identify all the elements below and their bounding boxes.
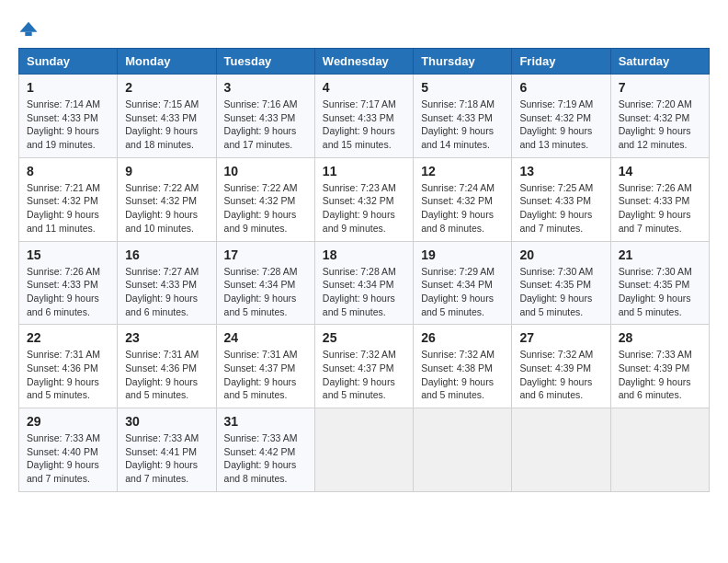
day-number: 17 [224, 247, 307, 262]
day-info: Sunrise: 7:16 AMSunset: 4:33 PMDaylight:… [224, 98, 307, 152]
day-info: Sunrise: 7:14 AMSunset: 4:33 PMDaylight:… [27, 98, 109, 152]
day-header-thursday: Thursday [414, 49, 512, 75]
day-cell [610, 408, 709, 492]
day-number: 13 [519, 164, 602, 178]
day-info: Sunrise: 7:15 AMSunset: 4:33 PMDaylight:… [125, 98, 208, 152]
day-info: Sunrise: 7:21 AMSunset: 4:32 PMDaylight:… [27, 181, 109, 236]
logo [18, 18, 42, 39]
day-number: 18 [323, 247, 405, 262]
day-number: 25 [323, 330, 405, 345]
day-info: Sunrise: 7:33 AMSunset: 4:41 PMDaylight:… [125, 431, 208, 486]
day-number: 21 [619, 247, 701, 262]
day-number: 1 [27, 80, 109, 95]
day-cell: 25Sunrise: 7:32 AMSunset: 4:37 PMDayligh… [314, 325, 413, 408]
day-cell: 17Sunrise: 7:28 AMSunset: 4:34 PMDayligh… [216, 241, 314, 325]
day-info: Sunrise: 7:26 AMSunset: 4:33 PMDaylight:… [619, 181, 701, 236]
day-number: 24 [224, 330, 307, 345]
day-cell: 11Sunrise: 7:23 AMSunset: 4:32 PMDayligh… [314, 157, 413, 241]
day-number: 28 [619, 330, 701, 345]
day-header-monday: Monday [118, 49, 216, 75]
day-info: Sunrise: 7:27 AMSunset: 4:33 PMDaylight:… [125, 265, 208, 319]
day-number: 19 [421, 247, 504, 262]
calendar-header-row: SundayMondayTuesdayWednesdayThursdayFrid… [19, 49, 710, 75]
day-number: 6 [519, 80, 602, 95]
week-row-3: 15Sunrise: 7:26 AMSunset: 4:33 PMDayligh… [19, 241, 710, 325]
week-row-1: 1Sunrise: 7:14 AMSunset: 4:33 PMDaylight… [19, 75, 710, 158]
day-info: Sunrise: 7:19 AMSunset: 4:32 PMDaylight:… [519, 98, 602, 152]
day-cell: 3Sunrise: 7:16 AMSunset: 4:33 PMDaylight… [216, 75, 314, 158]
day-cell: 14Sunrise: 7:26 AMSunset: 4:33 PMDayligh… [610, 157, 709, 241]
day-cell [314, 408, 413, 492]
day-info: Sunrise: 7:32 AMSunset: 4:38 PMDaylight:… [421, 348, 504, 402]
day-number: 2 [125, 80, 208, 95]
day-cell: 2Sunrise: 7:15 AMSunset: 4:33 PMDaylight… [118, 75, 216, 158]
day-info: Sunrise: 7:26 AMSunset: 4:33 PMDaylight:… [27, 265, 109, 319]
day-number: 15 [27, 247, 109, 262]
day-info: Sunrise: 7:23 AMSunset: 4:32 PMDaylight:… [323, 181, 405, 236]
day-number: 4 [323, 80, 405, 95]
day-cell [414, 408, 512, 492]
day-number: 3 [224, 80, 307, 95]
day-header-friday: Friday [512, 49, 610, 75]
day-cell: 24Sunrise: 7:31 AMSunset: 4:37 PMDayligh… [216, 325, 314, 408]
day-header-tuesday: Tuesday [216, 49, 314, 75]
day-cell: 20Sunrise: 7:30 AMSunset: 4:35 PMDayligh… [512, 241, 610, 325]
day-info: Sunrise: 7:20 AMSunset: 4:32 PMDaylight:… [619, 98, 701, 152]
day-number: 12 [421, 164, 504, 178]
day-info: Sunrise: 7:31 AMSunset: 4:37 PMDaylight:… [224, 348, 307, 402]
calendar-table: SundayMondayTuesdayWednesdayThursdayFrid… [18, 48, 710, 492]
day-info: Sunrise: 7:18 AMSunset: 4:33 PMDaylight:… [421, 98, 504, 152]
day-info: Sunrise: 7:29 AMSunset: 4:34 PMDaylight:… [421, 265, 504, 319]
day-cell: 21Sunrise: 7:30 AMSunset: 4:35 PMDayligh… [610, 241, 709, 325]
svg-marker-0 [19, 22, 37, 32]
day-info: Sunrise: 7:22 AMSunset: 4:32 PMDaylight:… [125, 181, 208, 236]
day-number: 5 [421, 80, 504, 95]
day-cell: 29Sunrise: 7:33 AMSunset: 4:40 PMDayligh… [19, 408, 118, 492]
day-info: Sunrise: 7:31 AMSunset: 4:36 PMDaylight:… [27, 348, 109, 402]
day-number: 31 [224, 414, 307, 429]
day-number: 16 [125, 247, 208, 262]
day-number: 20 [519, 247, 602, 262]
day-cell [512, 408, 610, 492]
day-info: Sunrise: 7:33 AMSunset: 4:40 PMDaylight:… [27, 431, 109, 486]
day-number: 30 [125, 414, 208, 429]
day-cell: 28Sunrise: 7:33 AMSunset: 4:39 PMDayligh… [610, 325, 709, 408]
day-number: 9 [125, 164, 208, 178]
day-cell: 18Sunrise: 7:28 AMSunset: 4:34 PMDayligh… [314, 241, 413, 325]
week-row-5: 29Sunrise: 7:33 AMSunset: 4:40 PMDayligh… [19, 408, 710, 492]
day-info: Sunrise: 7:30 AMSunset: 4:35 PMDaylight:… [619, 265, 701, 319]
day-info: Sunrise: 7:28 AMSunset: 4:34 PMDaylight:… [224, 265, 307, 319]
day-header-wednesday: Wednesday [314, 49, 413, 75]
day-cell: 26Sunrise: 7:32 AMSunset: 4:38 PMDayligh… [414, 325, 512, 408]
day-number: 23 [125, 330, 208, 345]
day-info: Sunrise: 7:28 AMSunset: 4:34 PMDaylight:… [323, 265, 405, 319]
day-cell: 27Sunrise: 7:32 AMSunset: 4:39 PMDayligh… [512, 325, 610, 408]
svg-rect-1 [25, 32, 31, 36]
day-info: Sunrise: 7:32 AMSunset: 4:39 PMDaylight:… [519, 348, 602, 402]
day-info: Sunrise: 7:33 AMSunset: 4:39 PMDaylight:… [619, 348, 701, 402]
day-info: Sunrise: 7:30 AMSunset: 4:35 PMDaylight:… [519, 265, 602, 319]
day-info: Sunrise: 7:32 AMSunset: 4:37 PMDaylight:… [323, 348, 405, 402]
day-number: 11 [323, 164, 405, 178]
week-row-2: 8Sunrise: 7:21 AMSunset: 4:32 PMDaylight… [19, 157, 710, 241]
day-cell: 12Sunrise: 7:24 AMSunset: 4:32 PMDayligh… [414, 157, 512, 241]
day-number: 26 [421, 330, 504, 345]
day-cell: 16Sunrise: 7:27 AMSunset: 4:33 PMDayligh… [118, 241, 216, 325]
day-cell: 4Sunrise: 7:17 AMSunset: 4:33 PMDaylight… [314, 75, 413, 158]
day-info: Sunrise: 7:31 AMSunset: 4:36 PMDaylight:… [125, 348, 208, 402]
day-info: Sunrise: 7:22 AMSunset: 4:32 PMDaylight:… [224, 181, 307, 236]
day-number: 10 [224, 164, 307, 178]
day-cell: 13Sunrise: 7:25 AMSunset: 4:33 PMDayligh… [512, 157, 610, 241]
day-cell: 1Sunrise: 7:14 AMSunset: 4:33 PMDaylight… [19, 75, 118, 158]
day-cell: 15Sunrise: 7:26 AMSunset: 4:33 PMDayligh… [19, 241, 118, 325]
day-cell: 9Sunrise: 7:22 AMSunset: 4:32 PMDaylight… [118, 157, 216, 241]
day-info: Sunrise: 7:33 AMSunset: 4:42 PMDaylight:… [224, 431, 307, 486]
day-cell: 6Sunrise: 7:19 AMSunset: 4:32 PMDaylight… [512, 75, 610, 158]
day-cell: 23Sunrise: 7:31 AMSunset: 4:36 PMDayligh… [118, 325, 216, 408]
day-number: 7 [619, 80, 701, 95]
week-row-4: 22Sunrise: 7:31 AMSunset: 4:36 PMDayligh… [19, 325, 710, 408]
day-cell: 8Sunrise: 7:21 AMSunset: 4:32 PMDaylight… [19, 157, 118, 241]
day-number: 8 [27, 164, 109, 178]
day-header-sunday: Sunday [19, 49, 118, 75]
day-info: Sunrise: 7:17 AMSunset: 4:33 PMDaylight:… [323, 98, 405, 152]
